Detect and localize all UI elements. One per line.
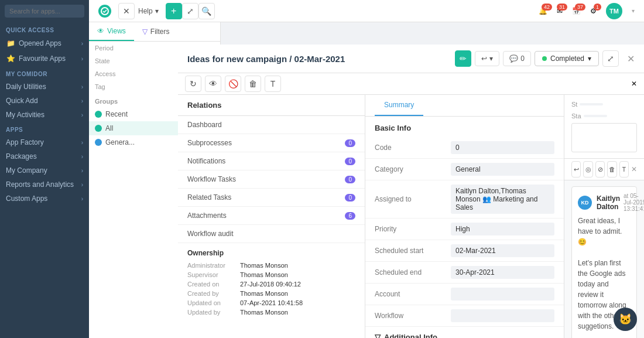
modal: Ideas for new campaign / 02-Mar-2021 ✏ ↩… — [178, 45, 644, 338]
text-icon[interactable]: T — [265, 76, 281, 92]
tab-summary[interactable]: Summary — [375, 95, 423, 116]
relation-item-subprocesses[interactable]: Subprocesses 0 — [178, 134, 365, 152]
sidebar-item-my-company[interactable]: My Company › — [0, 163, 89, 177]
close-icon-btn[interactable]: ✕ — [118, 3, 135, 19]
modal-header: Ideas for new campaign / 02-Mar-2021 ✏ ↩… — [178, 45, 644, 73]
sidebar-item-label: My Activities — [6, 111, 44, 119]
ownership-title: Ownership — [187, 249, 355, 257]
chatbot-icon: 🐱 — [619, 313, 632, 326]
field-label: Assigned to — [375, 195, 451, 203]
undo-button[interactable]: ↩ ▾ — [475, 51, 499, 66]
sidebar-item-label: Reports and Analytics — [6, 180, 74, 189]
format-icon-5[interactable]: T — [619, 161, 629, 177]
summary-tabs: Summary — [365, 95, 564, 117]
search-icon[interactable]: 🔍 — [198, 3, 215, 19]
modal-close-button[interactable]: ✕ — [627, 53, 635, 64]
period-label: Period — [95, 45, 130, 52]
access-label: Access — [95, 70, 130, 77]
settings-icon-group[interactable]: ⚙ 1 — [590, 7, 597, 15]
sidebar-item-packages[interactable]: Packages › — [0, 149, 89, 163]
left-panel-tabs: 👁 Views ▽ Filters — [89, 22, 220, 42]
relation-item-related-tasks[interactable]: Related Tasks 0 — [178, 189, 365, 207]
ownership-row-supervisor: Supervisor Thomas Monson — [187, 271, 355, 278]
ownership-section: Ownership Administrator Thomas Monson Su… — [178, 243, 365, 324]
relation-item-dashboard[interactable]: Dashboard — [178, 116, 365, 134]
sidebar-item-daily-utilities[interactable]: Daily Utilities › — [0, 80, 89, 94]
completed-badge[interactable]: Completed ▾ — [535, 51, 599, 66]
relation-item-attachments[interactable]: Attachments 6 — [178, 207, 365, 225]
tab-views[interactable]: 👁 Views — [89, 22, 134, 41]
sidebar-item-label: Packages — [6, 152, 37, 161]
group-item-label: Genera... — [105, 138, 135, 146]
relation-item-workflow-audit[interactable]: Workflow audit — [178, 225, 365, 243]
views-icon: 👁 — [97, 27, 104, 35]
additional-info-header[interactable]: ▽ Additional Info — [365, 327, 564, 338]
avatar[interactable]: TM — [606, 3, 622, 19]
chevron-down-icon: ▽ — [375, 333, 381, 338]
field-label: Scheduled start — [375, 247, 451, 255]
description-box[interactable] — [571, 123, 637, 152]
field-priority: Priority High — [365, 218, 564, 240]
field-value — [451, 309, 554, 322]
hide-icon[interactable]: 🚫 — [225, 76, 241, 92]
relation-label: Dashboard — [187, 121, 222, 129]
relation-badge: 0 — [345, 158, 355, 165]
ownership-key: Administrator — [187, 262, 240, 269]
basic-info-title: Basic Info — [365, 117, 564, 137]
relations-title: Relations — [178, 95, 365, 116]
ownership-val: Thomas Monson — [240, 271, 288, 278]
recent-icon — [95, 111, 102, 118]
comment-count: 0 — [520, 54, 525, 63]
refresh-icon[interactable]: ↻ — [185, 76, 201, 92]
sidebar-item-quick-add[interactable]: Quick Add › — [0, 94, 89, 108]
chatbot-button[interactable]: 🐱 — [614, 308, 637, 331]
relation-item-workflow-tasks[interactable]: Workflow Tasks 0 — [178, 170, 365, 189]
summary-panel: Summary Basic Info Code 0 Category G — [365, 95, 564, 338]
fullscreen-button[interactable]: ⤢ — [602, 50, 619, 67]
eye-icon[interactable]: 👁 — [205, 76, 221, 92]
add-button[interactable]: + — [166, 3, 182, 19]
sidebar-item-reports[interactable]: Reports and Analytics › — [0, 177, 89, 192]
comment-button[interactable]: 💬 0 — [503, 51, 531, 66]
relation-label: Notifications — [187, 157, 225, 165]
field-label: Code — [375, 144, 451, 152]
comment-line-1: Great ideas, I have to admit. 😊 — [578, 217, 622, 246]
relation-badge: 0 — [345, 176, 355, 183]
edit-button[interactable]: ✏ — [455, 50, 471, 67]
sidebar-item-favourite-apps[interactable]: ⭐ Favourite Apps › — [0, 51, 89, 66]
format-icon-1[interactable]: ↩ — [571, 161, 581, 177]
sidebar-item-opened-apps[interactable]: 📁 Opened Apps › — [0, 36, 89, 51]
chevron-right-icon: › — [81, 112, 83, 118]
ownership-row-admin: Administrator Thomas Monson — [187, 262, 355, 269]
calendar-icon-group[interactable]: 📅 37 — [572, 7, 581, 15]
sidebar-item-label: Quick Add — [6, 97, 38, 105]
summary-content: Basic Info Code 0 Category General Assig… — [365, 117, 564, 338]
sidebar-item-app-factory[interactable]: App Factory › — [0, 135, 89, 149]
chevron-right-icon: › — [81, 182, 83, 188]
relation-badge: 0 — [345, 139, 355, 147]
relation-item-notifications[interactable]: Notifications 0 — [178, 152, 365, 170]
ownership-key: Created on — [187, 281, 240, 288]
format-icon-2[interactable]: ◎ — [583, 161, 592, 177]
field-label: Account — [375, 290, 451, 298]
toolbar-close-icon[interactable]: ✕ — [631, 165, 637, 173]
filter-icon: ▽ — [142, 28, 148, 36]
toolbar-close[interactable]: ✕ — [631, 80, 637, 88]
messages-icon-group[interactable]: ✉ 31 — [557, 7, 563, 15]
chevron-right-icon: › — [81, 139, 83, 146]
help-button[interactable]: Help ▾ — [138, 7, 159, 15]
chevron-right-icon: › — [81, 84, 83, 90]
format-icon-4[interactable]: 🗑 — [607, 161, 616, 177]
ownership-val: Thomas Monson — [240, 262, 288, 269]
completed-dot — [542, 56, 547, 61]
toolbar-icons: ↩ ◎ ⊘ 🗑 T ✕ — [571, 161, 637, 177]
search-input[interactable] — [5, 5, 84, 18]
notifications-bell[interactable]: 🔔 42 — [539, 7, 547, 15]
tab-label: Summary — [384, 101, 414, 109]
sidebar-item-custom-apps[interactable]: Custom Apps › — [0, 192, 89, 206]
tab-filters[interactable]: ▽ Filters — [134, 22, 178, 41]
delete-icon[interactable]: 🗑 — [245, 76, 261, 92]
format-icon-3[interactable]: ⊘ — [595, 161, 605, 177]
sidebar-item-my-activities[interactable]: My Activities › — [0, 108, 89, 122]
expand-icon[interactable]: ⤢ — [182, 3, 198, 19]
